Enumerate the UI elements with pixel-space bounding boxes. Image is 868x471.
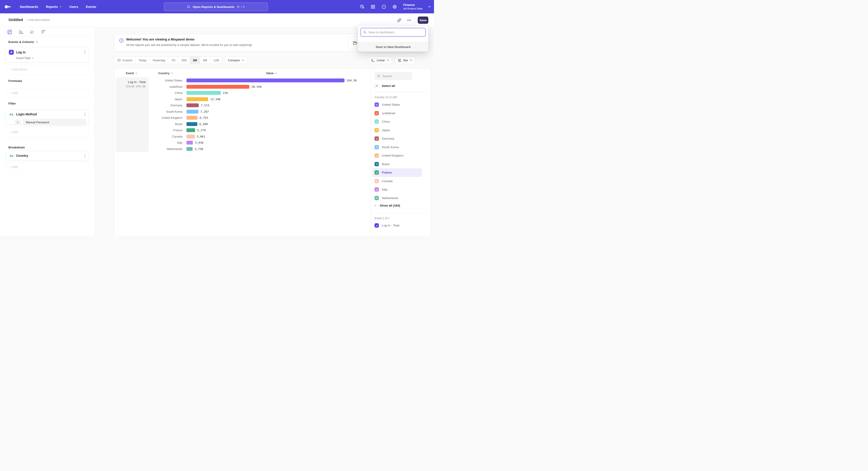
range-12m[interactable]: 12M bbox=[210, 57, 222, 64]
chart-type-button[interactable]: Bar bbox=[395, 56, 415, 64]
funnels-report-icon[interactable] bbox=[18, 29, 24, 35]
add-metric-button[interactable]: + Add Metric bbox=[5, 64, 89, 75]
event-item-log-in-total[interactable]: Log In - Total bbox=[372, 221, 422, 230]
breakdown-type-badge: Aa bbox=[9, 153, 14, 158]
global-search[interactable]: Open Reports & Dashboards ⌘ + K bbox=[164, 2, 268, 11]
checkbox-checked-icon[interactable] bbox=[375, 223, 379, 228]
checkbox-checked-icon[interactable] bbox=[375, 170, 379, 175]
country-item-brazil[interactable]: Brazil bbox=[372, 160, 422, 169]
bar[interactable] bbox=[186, 91, 221, 95]
nav-item-reports[interactable]: Reports bbox=[46, 5, 62, 8]
checkbox-checked-icon[interactable] bbox=[375, 102, 379, 107]
save-dashboard-search-input[interactable] bbox=[361, 28, 426, 36]
country-item-italy[interactable]: Italy bbox=[372, 185, 422, 194]
filter-value[interactable]: Manual Password bbox=[23, 119, 86, 126]
help-icon[interactable]: ? bbox=[381, 4, 386, 9]
checkbox-checked-icon[interactable] bbox=[375, 128, 379, 133]
series-search-input[interactable] bbox=[382, 75, 409, 78]
country-item-netherlands[interactable]: Netherlands bbox=[372, 194, 422, 203]
checkbox-checked-icon[interactable] bbox=[375, 187, 379, 192]
bar-value: 21K bbox=[223, 91, 228, 94]
select-all-checkbox[interactable] bbox=[375, 84, 379, 88]
apps-grid-icon[interactable] bbox=[370, 4, 376, 9]
checkbox-checked-icon[interactable] bbox=[375, 119, 379, 124]
bar[interactable] bbox=[186, 135, 195, 139]
metric-aggregation[interactable]: Count Total bbox=[6, 55, 89, 62]
add-formula-button[interactable]: + Add bbox=[5, 88, 89, 98]
bar[interactable] bbox=[186, 104, 199, 107]
breakdown-card[interactable]: Aa Country bbox=[5, 151, 89, 160]
bar[interactable] bbox=[186, 79, 344, 82]
bar[interactable] bbox=[186, 147, 193, 151]
nav-item-users[interactable]: Users bbox=[69, 5, 78, 8]
mixpanel-logo-icon[interactable] bbox=[4, 5, 11, 8]
country-item-japan[interactable]: Japan bbox=[372, 126, 422, 135]
country-item-canada[interactable]: Canada bbox=[372, 177, 422, 185]
retention-report-icon[interactable] bbox=[41, 29, 46, 35]
project-switcher[interactable]: Finance All Project Data bbox=[403, 3, 423, 10]
range-30d[interactable]: 30D bbox=[178, 57, 190, 64]
add-filter-button[interactable]: + Add bbox=[5, 127, 89, 137]
country-item-united-kingdom[interactable]: United Kingdom bbox=[372, 151, 422, 160]
filter-card[interactable]: Aa Login Method = Manual Password bbox=[5, 109, 89, 125]
range-3m[interactable]: 3M bbox=[190, 57, 200, 64]
flows-report-icon[interactable] bbox=[29, 29, 35, 35]
metric-event-name[interactable]: Log In bbox=[16, 51, 84, 54]
filter-kebab-icon[interactable] bbox=[84, 112, 86, 117]
nav-item-events[interactable]: Events bbox=[86, 5, 96, 8]
scale-selector-button[interactable]: Linear bbox=[368, 56, 393, 64]
country-item-united-states[interactable]: United States bbox=[372, 100, 422, 109]
checkbox-checked-icon[interactable] bbox=[375, 162, 379, 166]
add-description[interactable]: + Add description... bbox=[26, 18, 52, 22]
copy-link-icon[interactable] bbox=[396, 17, 402, 23]
metric-letter-badge: A bbox=[9, 50, 14, 55]
compare-button[interactable]: Compare bbox=[224, 56, 248, 64]
column-header-value[interactable]: Value bbox=[186, 71, 357, 75]
checkbox-checked-icon[interactable] bbox=[375, 145, 379, 149]
checkbox-checked-icon[interactable] bbox=[375, 137, 379, 141]
series-search[interactable] bbox=[375, 72, 412, 80]
country-item-undefined[interactable]: undefined bbox=[372, 109, 422, 118]
range-yesterday[interactable]: Yesterday bbox=[150, 57, 168, 64]
checkbox-label: Japan bbox=[382, 128, 390, 132]
checkbox-checked-icon[interactable] bbox=[375, 153, 379, 158]
bar[interactable] bbox=[186, 97, 208, 101]
column-header-country[interactable]: Country bbox=[149, 71, 182, 75]
metric-kebab-icon[interactable] bbox=[84, 50, 86, 55]
report-title[interactable]: Untitled bbox=[8, 18, 23, 22]
breakdown-kebab-icon[interactable] bbox=[84, 153, 86, 158]
range-6m[interactable]: 6M bbox=[200, 57, 210, 64]
country-item-france[interactable]: France bbox=[372, 168, 422, 177]
country-item-south-korea[interactable]: South Korea bbox=[372, 143, 422, 152]
breakdown-property-name[interactable]: Country bbox=[16, 154, 84, 157]
bar[interactable] bbox=[186, 110, 198, 114]
more-options-icon[interactable] bbox=[405, 17, 413, 23]
range-7d[interactable]: 7D bbox=[168, 57, 179, 64]
events-cohorts-heading[interactable]: Events & Cohorts bbox=[8, 40, 38, 44]
data-management-icon[interactable] bbox=[360, 4, 365, 9]
bar[interactable] bbox=[186, 85, 249, 89]
bar[interactable] bbox=[186, 141, 193, 145]
bar[interactable] bbox=[186, 128, 195, 132]
filter-operator[interactable]: = bbox=[15, 119, 21, 125]
add-breakdown-button[interactable]: + Add bbox=[5, 162, 89, 172]
checkbox-checked-icon[interactable] bbox=[375, 111, 379, 115]
save-to-new-dashboard-button[interactable]: Save to New Dashboard bbox=[358, 42, 428, 52]
settings-gear-icon[interactable] bbox=[392, 4, 397, 9]
metric-card[interactable]: A Log In Count Total bbox=[5, 47, 89, 63]
save-button[interactable]: Save bbox=[418, 17, 428, 24]
show-all-button[interactable]: Show all (184) bbox=[374, 201, 400, 210]
bar[interactable] bbox=[186, 116, 197, 120]
bar[interactable] bbox=[186, 122, 197, 126]
column-header-event[interactable]: Event bbox=[114, 71, 149, 75]
insights-report-icon[interactable] bbox=[7, 29, 12, 35]
country-item-china[interactable]: China bbox=[372, 117, 422, 126]
nav-item-dashboards[interactable]: Dashboards bbox=[20, 5, 38, 8]
range-today[interactable]: Today bbox=[135, 57, 150, 64]
range-custom[interactable]: Custom bbox=[114, 57, 135, 64]
checkbox-checked-icon[interactable] bbox=[375, 196, 379, 200]
checkbox-checked-icon[interactable] bbox=[375, 179, 379, 183]
select-all-row[interactable]: Select all bbox=[375, 84, 395, 88]
country-item-germany[interactable]: Germany bbox=[372, 135, 422, 143]
filter-property-name[interactable]: Login Method bbox=[16, 112, 84, 116]
